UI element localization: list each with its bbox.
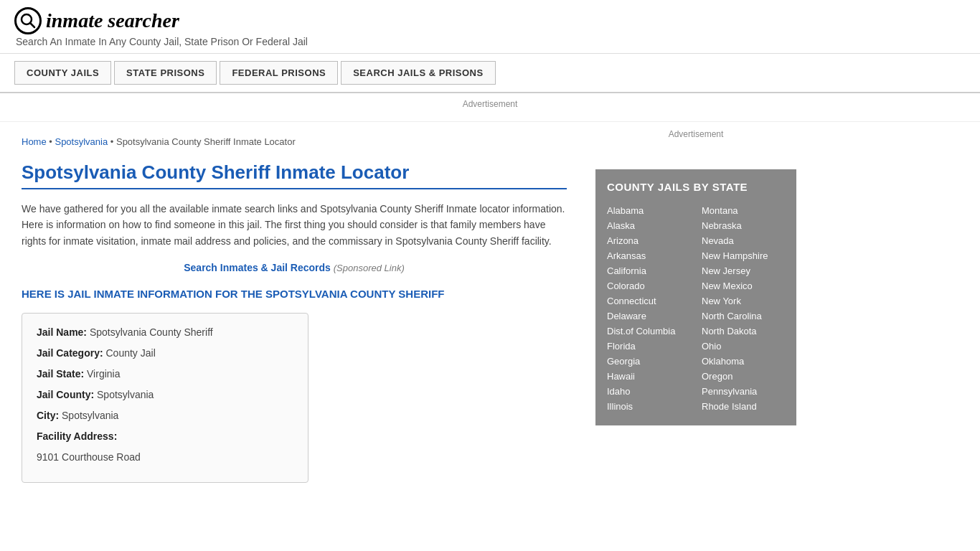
info-jail-county: Jail County: Spotsylvania [37, 387, 293, 402]
breadcrumb-home[interactable]: Home [22, 136, 47, 147]
state-link-rhode-island[interactable]: Rhode Island [702, 399, 785, 414]
state-link-new-jersey[interactable]: New Jersey [702, 263, 785, 278]
states-grid: AlabamaAlaskaArizonaArkansasCaliforniaCo… [607, 203, 785, 414]
svg-line-1 [30, 23, 34, 27]
nav-county-jails[interactable]: COUNTY JAILS [14, 61, 111, 85]
nav-federal-prisons[interactable]: FEDERAL PRISONS [220, 61, 338, 85]
breadcrumb-parent[interactable]: Spotsylvania [55, 136, 108, 147]
state-link-montana[interactable]: Montana [702, 203, 785, 218]
sponsored-note: (Sponsored Link) [334, 263, 405, 273]
state-link-nevada[interactable]: Nevada [702, 233, 785, 248]
state-link-oklahoma[interactable]: Oklahoma [702, 354, 785, 369]
logo-icon [14, 7, 42, 34]
state-link-north-carolina[interactable]: North Carolina [702, 309, 785, 324]
state-link-hawaii[interactable]: Hawaii [607, 369, 690, 384]
state-link-idaho[interactable]: Idaho [607, 384, 690, 399]
state-link-ohio[interactable]: Ohio [702, 339, 785, 354]
state-link-north-dakota[interactable]: North Dakota [702, 324, 785, 339]
nav-bar: COUNTY JAILS STATE PRISONS FEDERAL PRISO… [0, 54, 980, 93]
state-link-new-york[interactable]: New York [702, 293, 785, 309]
state-link-pennsylvania[interactable]: Pennsylvania [702, 384, 785, 399]
info-jail-category: Jail Category: County Jail [37, 346, 293, 361]
main-content: Home • Spotsylvania • Spotsylvania Count… [0, 122, 980, 497]
state-link-colorado[interactable]: Colorado [607, 278, 690, 293]
info-facility-address-label: Facility Address: [37, 429, 293, 444]
page-title: Spotsylvania County Sheriff Inmate Locat… [22, 161, 567, 189]
description-text: We have gathered for you all the availab… [22, 201, 567, 249]
state-link-california[interactable]: California [607, 263, 690, 278]
info-jail-name: Jail Name: Spotsylvania County Sheriff [37, 325, 293, 340]
county-jails-by-state: COUNTY JAILS BY STATE AlabamaAlaskaArizo… [595, 169, 796, 425]
state-link-oregon[interactable]: Oregon [702, 369, 785, 384]
breadcrumb: Home • Spotsylvania • Spotsylvania Count… [22, 136, 567, 147]
logo-area: inmate searcher [14, 7, 966, 34]
header: inmate searcher Search An Inmate In Any … [0, 0, 980, 54]
state-link-illinois[interactable]: Illinois [607, 399, 690, 414]
content-area: Home • Spotsylvania • Spotsylvania Count… [0, 122, 588, 497]
county-jails-title: COUNTY JAILS BY STATE [607, 181, 785, 193]
state-link-connecticut[interactable]: Connecticut [607, 293, 690, 309]
state-link-new-hampshire[interactable]: New Hampshire [702, 248, 785, 263]
sponsored-link[interactable]: Search Inmates & Jail Records [184, 262, 331, 273]
states-left-column: AlabamaAlaskaArizonaArkansasCaliforniaCo… [607, 203, 696, 414]
nav-state-prisons[interactable]: STATE PRISONS [114, 61, 217, 85]
state-link-georgia[interactable]: Georgia [607, 354, 690, 369]
info-city: City: Spotsylvania [37, 408, 293, 423]
state-link-alabama[interactable]: Alabama [607, 203, 690, 218]
top-advertisement: Advertisement [0, 93, 980, 122]
section-heading: HERE IS JAIL INMATE INFORMATION FOR THE … [22, 288, 567, 300]
state-link-new-mexico[interactable]: New Mexico [702, 278, 785, 293]
info-jail-state: Jail State: Virginia [37, 367, 293, 382]
logo-text: inmate searcher [46, 9, 179, 32]
breadcrumb-current: Spotsylvania County Sheriff Inmate Locat… [116, 136, 296, 147]
tagline: Search An Inmate In Any County Jail, Sta… [16, 36, 966, 47]
sponsored-link-area: Search Inmates & Jail Records (Sponsored… [22, 262, 567, 273]
states-right-column: MontanaNebraskaNevadaNew HampshireNew Je… [696, 203, 785, 414]
state-link-arizona[interactable]: Arizona [607, 233, 690, 248]
state-link-dist.of-columbia[interactable]: Dist.of Columbia [607, 324, 690, 339]
state-link-arkansas[interactable]: Arkansas [607, 248, 690, 263]
sidebar-advertisement: Advertisement [595, 129, 796, 158]
state-link-nebraska[interactable]: Nebraska [702, 218, 785, 233]
state-link-florida[interactable]: Florida [607, 339, 690, 354]
nav-search-jails[interactable]: SEARCH JAILS & PRISONS [341, 61, 495, 85]
sidebar: Advertisement COUNTY JAILS BY STATE Alab… [588, 122, 811, 497]
info-box: Jail Name: Spotsylvania County Sheriff J… [22, 313, 308, 483]
state-link-alaska[interactable]: Alaska [607, 218, 690, 233]
info-facility-address-value: 9101 Courthouse Road [37, 450, 293, 465]
state-link-delaware[interactable]: Delaware [607, 309, 690, 324]
